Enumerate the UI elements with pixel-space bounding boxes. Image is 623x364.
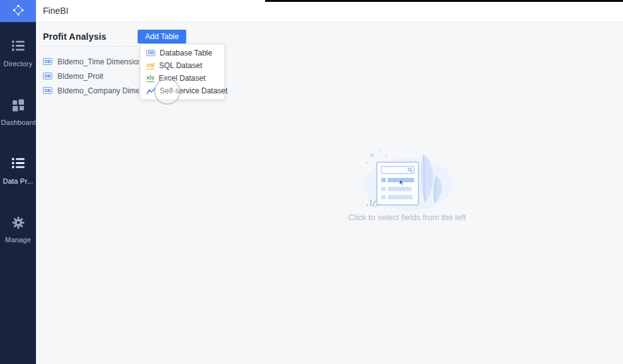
panel-divider	[43, 46, 136, 47]
sidebar-item-manage[interactable]: Manage	[0, 211, 36, 269]
menu-item-label: Database Table	[160, 49, 212, 57]
empty-state: Click to select fields from the left	[312, 145, 502, 222]
menu-item-sql-dataset[interactable]: sql SQL Dataset	[141, 59, 224, 72]
empty-state-illustration	[358, 145, 456, 211]
sidebar-item-label: Data Pr...	[3, 177, 33, 185]
sql-icon: sql	[146, 62, 155, 69]
menu-item-self-service-dataset[interactable]: Self-service Dataset	[141, 85, 224, 97]
line-chart-icon	[146, 88, 155, 95]
page-title: Profit Analysis	[43, 32, 107, 42]
empty-state-hint: Click to select fields from the left	[312, 213, 502, 222]
menu-item-label: SQL Dataset	[159, 61, 202, 70]
sidebar-item-label: Dashboard	[1, 119, 35, 126]
app-header: FineBI	[36, 0, 623, 22]
finebi-logo[interactable]	[0, 0, 36, 22]
menu-item-label: Self-service Dataset	[160, 86, 227, 95]
app-title: FineBI	[43, 6, 68, 16]
dataset-list: DB BIdemo_Time Dimension DB BIdemo_Proit…	[43, 54, 139, 98]
dataset-name: BIdemo_Time Dimension	[57, 57, 139, 66]
app-window: Directory Dashboard	[0, 0, 623, 364]
sidebar-item-label: Directory	[4, 60, 33, 68]
dataset-name: BIdemo_Proit	[57, 72, 104, 81]
sidebar-item-directory[interactable]: Directory	[0, 35, 36, 93]
menu-item-database-table[interactable]: DB Database Table	[141, 47, 224, 59]
db-table-icon: DB	[43, 58, 52, 65]
sidebar-item-data-preparation[interactable]: Data Pr...	[0, 152, 36, 211]
dataset-item[interactable]: DB BIdemo_Time Dimension	[43, 54, 139, 69]
db-table-icon: DB	[43, 73, 52, 79]
db-table-icon: DB	[146, 50, 155, 56]
list-icon	[12, 40, 25, 53]
sidebar-nav: Directory Dashboard	[0, 35, 36, 269]
menu-item-label: Excel Dataset	[159, 74, 206, 83]
add-table-menu: DB Database Table sql SQL Dataset xls Ex…	[140, 44, 225, 100]
sidebar-item-label: Manage	[5, 236, 31, 244]
sidebar: Directory Dashboard	[0, 0, 36, 364]
menu-item-excel-dataset[interactable]: xls Excel Dataset	[141, 72, 224, 85]
add-table-button[interactable]: Add Table	[138, 30, 186, 44]
gear-icon	[12, 216, 25, 229]
dataset-item[interactable]: DB BIdemo_Company Dimensi	[43, 83, 139, 98]
dataset-name: BIdemo_Company Dimensi	[57, 86, 139, 95]
db-table-icon: DB	[43, 87, 52, 94]
xls-icon: xls	[146, 75, 155, 82]
top-edge-strip	[265, 0, 623, 2]
dataset-item[interactable]: DB BIdemo_Proit	[43, 69, 139, 83]
sidebar-item-dashboard[interactable]: Dashboard	[0, 93, 36, 152]
list-icon	[12, 158, 25, 170]
dashboard-icon	[12, 99, 25, 112]
finebi-diamond-icon	[11, 3, 25, 20]
